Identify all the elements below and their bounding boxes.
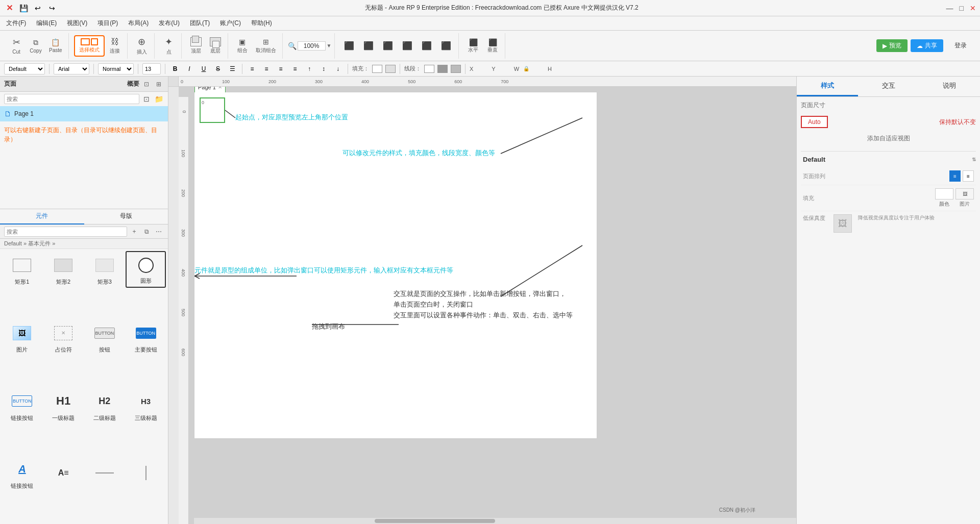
comp-item-h2[interactable]: H2 二级标题: [85, 387, 125, 424]
align-top-button[interactable]: ⬛: [398, 39, 416, 53]
list-button[interactable]: ☰: [227, 63, 238, 74]
comp-search-input[interactable]: [4, 227, 127, 237]
align-right-fmt-button[interactable]: ≡: [275, 63, 286, 74]
horizontal-scrollbar[interactable]: [194, 518, 796, 524]
ungroup-button[interactable]: ⊞ 取消组合: [253, 36, 279, 56]
page-layout-left-btn[interactable]: ≡: [949, 170, 961, 182]
fill-color-swatch2[interactable]: [385, 65, 396, 73]
align-bottom-button[interactable]: ⬛: [437, 39, 455, 53]
comp-item-rect2[interactable]: 矩形2: [43, 251, 84, 288]
dist-h-button[interactable]: ⬛ 水平: [464, 36, 482, 56]
fill-img-btn[interactable]: 🖼: [955, 188, 974, 199]
comp-item-line-h[interactable]: [85, 455, 125, 492]
comp-item-h1[interactable]: H1 一级标题: [43, 387, 84, 424]
comp-item-placeholder[interactable]: ✕ 占位符: [43, 319, 84, 356]
preview-button[interactable]: ▶ 预览: [876, 39, 908, 52]
layer-top-button[interactable]: 顶层: [187, 35, 205, 57]
pages-add-button[interactable]: ⊞: [154, 79, 164, 89]
pages-search-input[interactable]: [4, 94, 139, 104]
menu-layout[interactable]: 布局(A): [124, 18, 153, 29]
tab-style[interactable]: 样式: [797, 77, 858, 96]
stroke-color-swatch[interactable]: [424, 65, 434, 73]
align-center-fmt-button[interactable]: ≡: [261, 63, 272, 74]
select-mode-button[interactable]: 选择模式: [74, 35, 105, 57]
page-tab[interactable]: Page 1 ✕: [194, 87, 226, 92]
stroke-width-swatch[interactable]: [437, 65, 448, 73]
group-button[interactable]: ▣ 组合: [233, 36, 252, 56]
weight-select[interactable]: Normal: [98, 63, 134, 74]
maximize-button[interactable]: □: [960, 4, 964, 12]
copy-button[interactable]: ⧉ Copy: [27, 36, 45, 56]
menu-team[interactable]: 团队(T): [186, 18, 214, 29]
tab-interact[interactable]: 交互: [858, 77, 919, 96]
comp-item-link-btn[interactable]: BUTTON 链接按钮: [2, 387, 42, 424]
tab-components[interactable]: 元件: [0, 209, 84, 224]
login-button[interactable]: 登录: [948, 40, 973, 51]
pages-folder-button[interactable]: 📁: [154, 94, 164, 104]
cut-button[interactable]: ✂ Cut: [7, 35, 26, 57]
auto-size-button[interactable]: Auto: [801, 116, 828, 128]
save-icon[interactable]: 💾: [18, 3, 29, 13]
redo-icon[interactable]: ↪: [47, 3, 57, 13]
fill-color-swatch[interactable]: [372, 65, 382, 73]
style-select[interactable]: Default: [4, 63, 45, 74]
menu-edit[interactable]: 编辑(E): [32, 18, 61, 29]
align-left-fmt-button[interactable]: ≡: [247, 63, 258, 74]
bold-button[interactable]: B: [169, 63, 181, 74]
connect-button[interactable]: ⛓ 连接: [106, 35, 124, 57]
dist-v-button[interactable]: ⬛ 垂直: [483, 36, 502, 56]
comp-item-text-a[interactable]: A 链接按钮: [2, 455, 42, 492]
menu-account[interactable]: 账户(C): [216, 18, 245, 29]
undo-icon[interactable]: ↩: [33, 3, 43, 13]
menu-project[interactable]: 项目(P): [93, 18, 122, 29]
paste-button[interactable]: 📋 Paste: [46, 36, 65, 55]
comp-item-rect3[interactable]: 矩形3: [85, 251, 125, 288]
font-select[interactable]: Arial: [54, 63, 89, 74]
align-right-button[interactable]: ⬛: [379, 39, 397, 53]
close-button[interactable]: ✕: [970, 4, 976, 12]
comp-item-line-v[interactable]: [126, 455, 166, 492]
align-top-fmt-button[interactable]: ↑: [304, 63, 315, 74]
underline-button[interactable]: U: [198, 63, 209, 74]
comp-item-rect1[interactable]: 矩形1: [2, 251, 42, 288]
comp-item-h3[interactable]: H3 三级标题: [126, 387, 166, 424]
share-button[interactable]: ☁ 共享: [911, 39, 943, 52]
canvas-area[interactable]: 0 100 200 300 400 500 600 700 0 100 200 …: [168, 77, 796, 524]
align-left-button[interactable]: ⬛: [340, 39, 358, 53]
comp-item-primary-btn[interactable]: BUTTON 主要按钮: [126, 319, 166, 356]
pages-view-button[interactable]: ⊡: [141, 94, 152, 104]
fill-color-swatch-panel[interactable]: [935, 188, 953, 199]
comp-add-button[interactable]: +: [129, 227, 139, 237]
comp-item-circle[interactable]: 圆形: [126, 251, 166, 288]
comp-item-text-a2[interactable]: A≡: [43, 455, 84, 492]
pages-expand-button[interactable]: ⊡: [141, 79, 152, 89]
page-layout-center-btn[interactable]: ≡: [963, 170, 974, 182]
add-adaptive-button[interactable]: 添加自适应视图: [801, 132, 976, 145]
comp-copy-button[interactable]: ⧉: [141, 227, 152, 237]
menu-file[interactable]: 文件(F): [2, 18, 30, 29]
align-center-button[interactable]: ⬛: [359, 39, 378, 53]
tab-masters[interactable]: 母版: [84, 209, 168, 224]
layer-bottom-button[interactable]: 底层: [206, 35, 225, 57]
comp-item-button[interactable]: BUTTON 按钮: [85, 319, 125, 356]
minimize-button[interactable]: —: [946, 4, 953, 12]
zoom-value[interactable]: 100%: [298, 41, 326, 51]
comp-more-button[interactable]: ⋯: [154, 227, 164, 237]
page-tab-close-button[interactable]: ✕: [218, 87, 222, 90]
italic-button[interactable]: I: [184, 63, 195, 74]
menu-help[interactable]: 帮助(H): [247, 18, 276, 29]
menu-publish[interactable]: 发布(U): [155, 18, 184, 29]
align-middle-button[interactable]: ⬛: [418, 39, 436, 53]
page-item-page1[interactable]: 🗋 Page 1: [0, 106, 168, 121]
align-justify-fmt-button[interactable]: ≡: [289, 63, 301, 74]
zoom-dropdown-icon[interactable]: ▼: [327, 43, 332, 48]
menu-view[interactable]: 视图(V): [63, 18, 91, 29]
tab-note[interactable]: 说明: [919, 77, 980, 96]
h-scrollbar-thumb[interactable]: [375, 519, 495, 523]
insert-button[interactable]: ⊕ 插入: [133, 34, 151, 58]
point-button[interactable]: ✦ 点: [160, 34, 178, 58]
align-mid-fmt-button[interactable]: ↕: [318, 63, 329, 74]
canvas-content[interactable]: 0 100 200 300 400 500 600 Page 1 ✕: [179, 87, 796, 524]
stroke-style-swatch[interactable]: [451, 65, 461, 73]
comp-item-image[interactable]: 🖼 图片: [2, 319, 42, 356]
